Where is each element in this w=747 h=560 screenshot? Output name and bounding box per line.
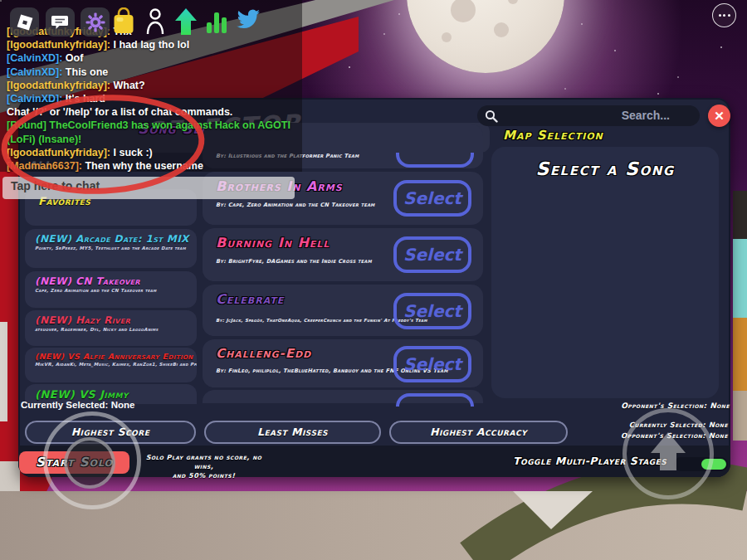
building-edge-tan [733,391,747,441]
list-item-subtitle: Pointy, SrPerez, MY5, Teethlust and the … [35,246,187,251]
song-card-subtitle: By: BrightFyre, DAGames and the Indie Cr… [216,258,372,265]
map-selection-box: Select a Song [491,147,719,398]
chat-username: [Igoodatfunkyfriday]: [7,39,110,51]
list-item-title: (NEW) VS Jimmy [35,388,187,401]
search-input[interactable]: Search... [477,105,700,126]
screen: SONG SELECTOR ALL Song Selection Map Sel… [0,0,747,560]
list-item-vs-alfie[interactable]: (NEW) VS Alfie Anniversary Edition MikVR… [25,348,197,382]
song-card-challeng-edd: Challeng-Edd By: FinLeo, philiplol, TheB… [203,339,483,387]
select-button[interactable]: Select [393,236,471,273]
chat-toggle-icon[interactable] [46,7,75,37]
map-empty-state: Select a Song [491,158,719,179]
list-item-subtitle: MikVR, AidanKi, Meta_Music, Kaimex, RanZ… [35,362,187,367]
twitter-bird-icon[interactable] [235,8,261,32]
opponent-selection-status: Opponent's Selection: None [533,402,730,410]
close-button[interactable]: ✕ [708,105,730,127]
search-placeholder: Search... [622,109,670,122]
rooftop-triangle [513,491,593,529]
select-button-partial[interactable] [396,153,474,168]
list-item-title: (NEW) Hazy River [35,314,187,326]
flag-white-stripe [0,322,7,421]
leaderboard-chart-icon[interactable] [205,8,228,35]
building-edge-orange [733,318,747,391]
roblox-menu-icon[interactable] [10,7,39,37]
list-item-title: (NEW) VS Alfie Anniversary Edition [35,352,187,361]
song-card-burning-in-hell: Burning In Hell By: BrightFyre, DAGames … [203,228,483,281]
chat-username: [Igoodatfunkyfriday]: [7,80,110,91]
list-item-subtitle: Cape, Zero Animation and the CN Takeover… [35,288,187,293]
chat-username: [CalvinXD]: [7,66,62,78]
select-button[interactable]: Select [393,180,471,217]
search-icon [485,110,498,123]
currently-selected-status: Currently Selected: None [21,400,134,410]
solo-note: Solo Play grants no score, no wins, and … [135,453,272,480]
avatar-dummy-icon[interactable] [142,7,168,37]
list-item-subtitle: atsuover, Rageminer, Dyl, Nicky and Lagg… [35,327,187,332]
joystick-thumb[interactable] [64,437,115,489]
more-options-icon[interactable] [712,3,736,27]
select-button[interactable]: Select [393,293,471,329]
sort-least-misses-button[interactable]: Least Misses [204,421,381,444]
select-button-partial[interactable] [396,393,474,407]
shop-bag-icon[interactable] [110,6,137,36]
map-selection-title: Map Selection [503,128,603,143]
song-card-title: Burning In Hell [216,235,330,251]
list-item-cn-takeover[interactable]: (NEW) CN Takeover Cape, Zero Animation a… [25,271,197,308]
song-card-celebrate: Celebrate By: JcJack, Spagös, ThatOneAqu… [203,285,483,336]
list-item-title: (NEW) CN Takeover [35,275,187,287]
settings-gear-icon[interactable] [81,7,110,37]
building-edge-dark [733,191,747,239]
building-edge-teal [733,239,747,318]
select-button[interactable]: Select [393,346,471,382]
red-circle-annotation [0,91,216,203]
boost-arrow-icon[interactable] [173,7,198,37]
list-item-arcade-date[interactable]: (NEW) Arcade Date: 1st MIX Pointy, SrPer… [25,229,197,268]
sort-highest-accuracy-button[interactable]: Highest Accuracy [389,421,568,444]
song-card-title: Challeng-Edd [216,346,311,361]
list-item-hazy-river[interactable]: (NEW) Hazy River atsuover, Rageminer, Dy… [25,310,197,346]
song-card-subtitle: By: Cape, Zero Animation and the CN Take… [216,202,375,208]
song-card-title: Celebrate [216,291,284,307]
jump-button[interactable] [622,408,714,499]
list-item-title: (NEW) Arcade Date: 1st MIX [35,233,187,245]
jump-arrow-icon [649,431,687,472]
chat-username: [CalvinXD]: [7,52,62,64]
